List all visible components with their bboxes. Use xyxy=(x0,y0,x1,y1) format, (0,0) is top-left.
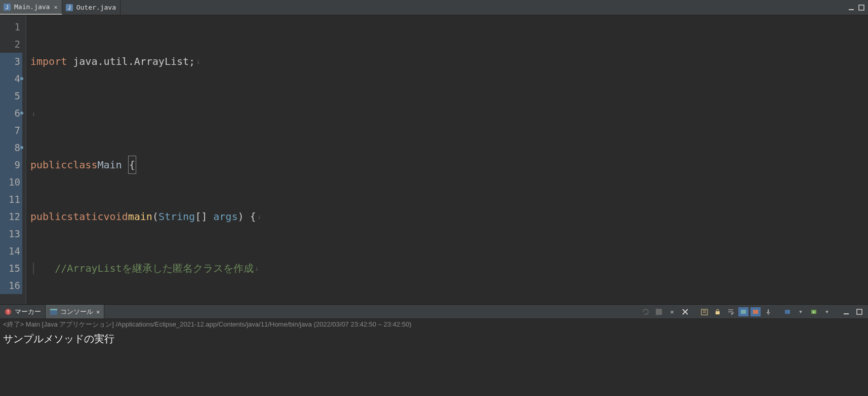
maximize-icon[interactable] xyxy=(854,306,865,317)
console-process-header: <終了> Main [Java アプリケーション] /Applications/… xyxy=(0,319,868,330)
editor-tab-bar: J Main.java ✕ J Outer.java xyxy=(0,0,868,15)
line-number: 1 xyxy=(0,18,22,35)
chevron-down-icon[interactable]: ▼ xyxy=(821,306,833,317)
tab-console[interactable]: コンソール ✕ xyxy=(46,305,104,318)
relaunch-icon[interactable] xyxy=(640,306,651,317)
svg-rect-4 xyxy=(849,9,854,10)
line-number: 9 xyxy=(0,156,22,173)
bottom-panel: ! マーカー コンソール ✕ ✕ ▼ + ▼ xyxy=(0,304,868,396)
tab-label: マーカー xyxy=(15,307,41,316)
line-number: 7 xyxy=(0,122,22,139)
remove-launch-icon[interactable]: ✕ xyxy=(666,306,678,317)
code-line: │ //ArrayListを継承した匿名クラスを作成↓ xyxy=(30,260,868,277)
svg-rect-18 xyxy=(844,313,849,314)
line-number: 16 xyxy=(0,277,22,294)
line-number: 8 xyxy=(0,139,22,156)
line-number: 15 xyxy=(0,260,22,277)
show-console-on-err-icon[interactable] xyxy=(751,307,761,316)
editor-window-controls xyxy=(848,0,865,15)
svg-rect-15 xyxy=(785,310,790,314)
tab-outer-java[interactable]: J Outer.java xyxy=(62,0,121,15)
close-icon[interactable]: ✕ xyxy=(96,308,100,315)
svg-text:+: + xyxy=(812,309,815,314)
tab-label: Outer.java xyxy=(76,4,116,11)
svg-rect-19 xyxy=(857,309,862,314)
code-line: import java.util.ArrayList;↓ xyxy=(30,53,868,70)
code-text[interactable]: import java.util.ArrayList;↓ ↓ public cl… xyxy=(26,15,868,304)
code-editor[interactable]: 1 2 3 4 5 6 7 8 9 10 11 12 13 14 15 16 i… xyxy=(0,15,868,304)
tab-markers[interactable]: ! マーカー xyxy=(0,305,46,318)
java-file-icon: J xyxy=(3,3,11,11)
svg-rect-10 xyxy=(656,309,662,315)
line-number: 14 xyxy=(0,242,22,260)
console-toolbar: ✕ ▼ + ▼ xyxy=(640,305,865,318)
line-number: 10 xyxy=(0,173,22,191)
tab-main-java[interactable]: J Main.java ✕ xyxy=(0,0,62,15)
maximize-icon[interactable] xyxy=(858,4,865,11)
svg-rect-9 xyxy=(50,309,57,310)
line-number: 3 xyxy=(0,53,22,70)
console-output[interactable]: サンプルメソッドの実行 xyxy=(0,330,868,396)
line-number: 4 xyxy=(0,70,22,87)
svg-rect-5 xyxy=(859,5,864,10)
svg-text:J: J xyxy=(68,5,70,11)
line-number: 13 xyxy=(0,225,22,242)
show-console-on-out-icon[interactable] xyxy=(738,307,748,316)
minimize-icon[interactable] xyxy=(841,306,852,317)
tab-label: Main.java xyxy=(14,3,50,11)
code-line: public static void main(String[] args) {… xyxy=(30,208,868,225)
java-file-icon: J xyxy=(65,4,73,12)
scroll-lock-icon[interactable] xyxy=(712,306,723,317)
code-line: public class Main { xyxy=(30,156,868,173)
open-console-icon[interactable]: + xyxy=(808,306,819,317)
pin-console-icon[interactable] xyxy=(763,306,774,317)
chevron-down-icon[interactable]: ▼ xyxy=(795,306,806,317)
override-marker-icon xyxy=(20,112,23,115)
svg-text:J: J xyxy=(6,5,9,10)
close-icon[interactable]: ✕ xyxy=(54,4,57,11)
markers-icon: ! xyxy=(4,308,12,316)
svg-text:!: ! xyxy=(7,309,10,315)
line-number: 11 xyxy=(0,191,22,208)
word-wrap-icon[interactable] xyxy=(725,306,736,317)
minimize-icon[interactable] xyxy=(848,4,855,11)
svg-rect-14 xyxy=(753,310,758,314)
bottom-tab-bar: ! マーカー コンソール ✕ ✕ ▼ + ▼ xyxy=(0,305,868,319)
remove-all-icon[interactable] xyxy=(680,306,691,317)
override-marker-icon xyxy=(20,77,23,80)
svg-rect-12 xyxy=(716,311,720,314)
line-number: 12 xyxy=(0,208,22,225)
tab-label: コンソール xyxy=(60,307,93,316)
display-selected-console-icon[interactable] xyxy=(782,306,793,317)
svg-rect-13 xyxy=(741,310,746,314)
stop-icon[interactable] xyxy=(653,306,664,317)
console-icon xyxy=(50,308,58,316)
clear-console-icon[interactable] xyxy=(699,306,710,317)
line-number: 5 xyxy=(0,87,22,104)
override-marker-icon xyxy=(20,146,23,149)
line-number: 2 xyxy=(0,35,22,53)
line-number-gutter: 1 2 3 4 5 6 7 8 9 10 11 12 13 14 15 16 xyxy=(0,15,26,304)
line-number: 6 xyxy=(0,104,22,122)
code-line: ↓ xyxy=(30,104,868,122)
